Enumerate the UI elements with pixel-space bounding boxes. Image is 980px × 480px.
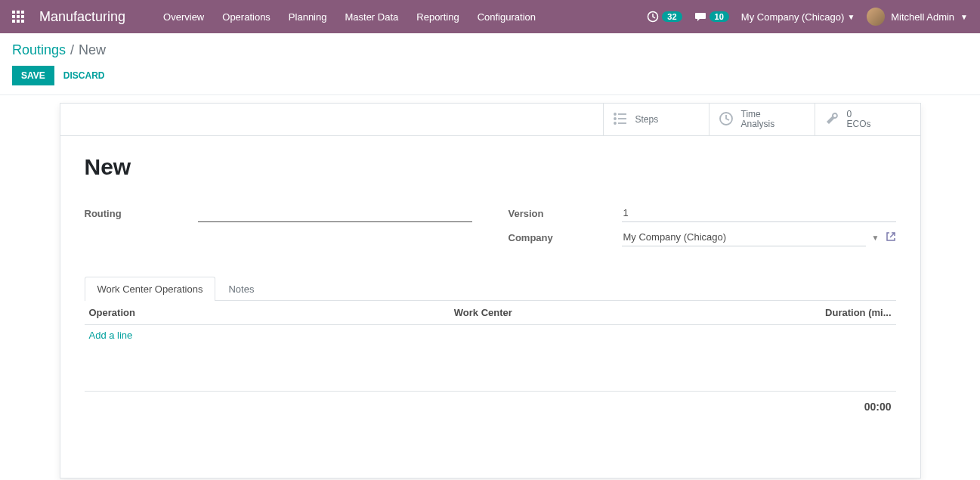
col-header-operation[interactable]: Operation: [85, 301, 450, 325]
breadcrumb: Routings / New: [12, 42, 968, 58]
svg-rect-4: [17, 15, 20, 18]
field-routing: Routing: [85, 204, 472, 222]
caret-down-icon: ▼: [847, 13, 855, 21]
nav-item-reporting[interactable]: Reporting: [409, 5, 466, 29]
svg-rect-7: [17, 20, 20, 23]
chevron-down-icon[interactable]: ▼: [872, 234, 880, 242]
company-switcher[interactable]: My Company (Chicago) ▼: [741, 11, 855, 23]
label-version: Version: [509, 208, 622, 219]
caret-down-icon: ▼: [960, 13, 968, 21]
stat-label-ecos: 0 ECOs: [847, 110, 871, 129]
notebook-tabs: Work Center Operations Notes: [85, 277, 896, 301]
operations-table: Operation Work Center Duration (mi... Ad…: [85, 301, 896, 422]
svg-rect-5: [21, 15, 24, 18]
label-company: Company: [509, 232, 622, 243]
form-sheet: Steps Time Analysis: [60, 103, 921, 478]
input-routing[interactable]: [198, 204, 472, 222]
wrench-icon: [824, 111, 839, 129]
form-col-left: Routing: [85, 204, 472, 252]
apps-icon[interactable]: [12, 11, 24, 23]
total-duration: 00:00: [774, 391, 895, 422]
stat-button-steps[interactable]: Steps: [603, 104, 709, 135]
table-footer: 00:00: [85, 391, 896, 422]
form-col-right: Version 1 Company My Company (Chicago) ▼: [509, 204, 896, 252]
nav-item-overview[interactable]: Overview: [156, 5, 212, 29]
app-name[interactable]: Manufacturing: [39, 9, 125, 25]
breadcrumb-current: New: [79, 42, 106, 58]
save-button[interactable]: Save: [12, 66, 54, 85]
user-name: Mitchell Admin: [891, 11, 954, 23]
form-fields-row: Routing Version 1 Company: [85, 204, 896, 252]
svg-point-12: [614, 118, 616, 119]
nav-item-configuration[interactable]: Configuration: [470, 5, 543, 29]
activity-badge: 32: [662, 11, 682, 22]
external-link-icon[interactable]: [886, 231, 896, 244]
record-title: New: [85, 154, 896, 180]
message-badge: 10: [709, 11, 729, 22]
field-version: Version 1: [509, 204, 896, 222]
messaging-menu[interactable]: 10: [694, 11, 729, 23]
svg-rect-1: [17, 11, 20, 14]
navbar: Manufacturing Overview Operations Planni…: [0, 0, 980, 33]
company-name: My Company (Chicago): [741, 11, 845, 23]
activity-menu[interactable]: 32: [647, 11, 682, 23]
svg-point-14: [614, 122, 616, 124]
svg-rect-2: [21, 11, 24, 14]
tab-work-center-operations[interactable]: Work Center Operations: [85, 277, 216, 301]
table-row-add: Add a line: [85, 325, 896, 346]
value-version: 1: [622, 204, 896, 222]
breadcrumb-separator: /: [70, 42, 74, 58]
user-menu[interactable]: Mitchell Admin ▼: [867, 8, 968, 26]
sheet-body: New Routing Version 1: [60, 136, 920, 478]
navbar-right: 32 10 My Company (Chicago) ▼ Mitchell Ad…: [647, 8, 968, 26]
stat-button-ecos[interactable]: 0 ECOs: [815, 104, 920, 135]
stat-label-steps: Steps: [635, 115, 659, 125]
svg-rect-6: [12, 20, 15, 23]
tab-notes[interactable]: Notes: [215, 277, 267, 301]
col-header-duration[interactable]: Duration (mi...: [774, 301, 895, 325]
avatar: [867, 8, 885, 26]
clock-icon: [647, 11, 659, 23]
svg-rect-8: [21, 20, 24, 23]
control-buttons: Save Discard: [12, 66, 968, 85]
clock-icon: [719, 111, 734, 129]
svg-point-10: [614, 113, 616, 115]
breadcrumb-routings[interactable]: Routings: [12, 42, 66, 58]
nav-item-planning[interactable]: Planning: [281, 5, 335, 29]
discard-button[interactable]: Discard: [63, 70, 105, 81]
col-header-work-center[interactable]: Work Center: [450, 301, 774, 325]
chat-icon: [694, 11, 706, 23]
form-container: Steps Time Analysis: [0, 95, 980, 478]
nav-item-master-data[interactable]: Master Data: [337, 5, 406, 29]
svg-rect-0: [12, 11, 15, 14]
button-box: Steps Time Analysis: [60, 104, 920, 136]
svg-rect-3: [12, 15, 15, 18]
input-company[interactable]: My Company (Chicago): [622, 228, 866, 246]
nav-item-operations[interactable]: Operations: [215, 5, 278, 29]
stat-label-time-analysis: Time Analysis: [741, 110, 775, 129]
field-company: Company My Company (Chicago) ▼: [509, 228, 896, 246]
control-panel: Routings / New Save Discard: [0, 33, 980, 95]
list-icon: [613, 111, 628, 129]
stat-button-time-analysis[interactable]: Time Analysis: [709, 104, 815, 135]
nav-menu: Overview Operations Planning Master Data…: [156, 5, 647, 29]
add-line-link[interactable]: Add a line: [89, 330, 133, 341]
label-routing: Routing: [85, 208, 198, 219]
